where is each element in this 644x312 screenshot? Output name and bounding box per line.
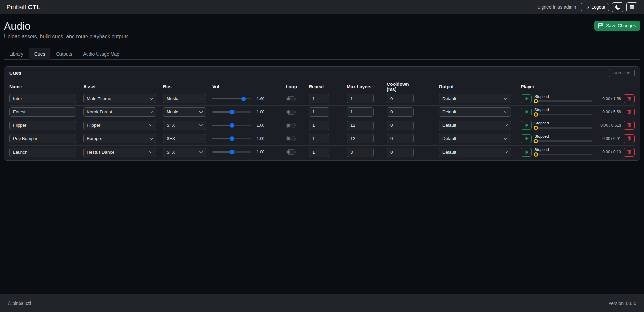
bus-select[interactable]: SFX	[163, 121, 206, 130]
playback-progress-thumb[interactable]	[534, 112, 538, 117]
cue-name-input[interactable]	[9, 107, 76, 117]
cooldown-input[interactable]	[387, 134, 414, 143]
loop-toggle[interactable]	[286, 123, 296, 128]
floppy-icon	[598, 23, 603, 28]
tab-cues[interactable]: Cues	[29, 48, 51, 60]
play-button[interactable]	[521, 134, 532, 143]
trash-icon	[627, 150, 631, 154]
loop-toggle[interactable]	[286, 110, 296, 115]
delete-cue-button[interactable]	[624, 108, 635, 116]
playback-progress[interactable]	[534, 99, 592, 103]
volume-slider[interactable]	[212, 94, 251, 103]
bus-select[interactable]: Music	[163, 94, 206, 103]
cue-name-input[interactable]	[9, 148, 76, 157]
playback-progress-thumb[interactable]	[534, 139, 538, 143]
cooldown-input[interactable]	[387, 107, 414, 117]
loop-toggle[interactable]	[286, 96, 296, 101]
play-button[interactable]	[521, 108, 532, 116]
loop-toggle[interactable]	[286, 136, 296, 141]
playback-progress[interactable]	[534, 113, 592, 116]
cue-row: Hestus Dance SFX 1.00	[9, 146, 635, 159]
playback-progress[interactable]	[534, 126, 592, 130]
repeat-input[interactable]	[309, 148, 329, 157]
bus-select[interactable]: SFX	[163, 148, 206, 157]
playback-progress-thumb[interactable]	[534, 99, 538, 103]
playback-progress[interactable]	[534, 139, 592, 143]
playback-time: 0:00 / 5:56	[595, 110, 621, 114]
output-select[interactable]: Default	[439, 148, 511, 157]
volume-slider-thumb[interactable]	[230, 150, 234, 154]
volume-slider-thumb[interactable]	[230, 123, 234, 128]
max-layers-input[interactable]	[347, 148, 374, 157]
asset-select[interactable]: Hestus Dance	[83, 148, 156, 157]
brand-name: Pinball	[7, 4, 26, 11]
bus-select-value: Music	[167, 110, 178, 114]
output-select[interactable]: Default	[439, 107, 511, 117]
bus-select-value: Music	[167, 96, 178, 101]
volume-slider-thumb[interactable]	[230, 110, 234, 114]
volume-slider[interactable]	[212, 148, 251, 157]
save-changes-button[interactable]: Save Changes	[594, 21, 640, 31]
trash-icon	[627, 136, 631, 141]
output-select[interactable]: Default	[439, 121, 511, 130]
volume-slider[interactable]	[212, 108, 251, 117]
volume-slider[interactable]	[212, 134, 251, 143]
add-cue-button[interactable]: Add Cue	[609, 69, 635, 77]
delete-cue-button[interactable]	[624, 134, 635, 143]
play-button[interactable]	[521, 148, 532, 157]
repeat-input[interactable]	[309, 94, 329, 103]
volume-slider-thumb[interactable]	[241, 97, 246, 101]
output-select[interactable]: Default	[439, 94, 511, 103]
repeat-input[interactable]	[309, 107, 329, 117]
delete-cue-button[interactable]	[624, 121, 635, 130]
delete-cue-button[interactable]	[624, 148, 635, 157]
max-layers-input[interactable]	[347, 134, 374, 143]
cooldown-input[interactable]	[387, 148, 414, 157]
cooldown-input[interactable]	[387, 94, 414, 103]
repeat-input[interactable]	[309, 121, 329, 130]
max-layers-input[interactable]	[347, 107, 374, 117]
playback-progress-thumb[interactable]	[534, 152, 538, 157]
apps-menu-button[interactable]	[626, 2, 637, 12]
logout-button[interactable]: Logout	[581, 3, 609, 11]
loop-toggle[interactable]	[286, 150, 296, 155]
delete-cue-button[interactable]	[624, 94, 635, 103]
cue-name-input[interactable]	[9, 121, 76, 130]
asset-select[interactable]: Flipper	[83, 121, 156, 130]
cue-name-input[interactable]	[9, 134, 76, 143]
play-button[interactable]	[521, 94, 532, 103]
playback-progress-track	[536, 127, 592, 129]
volume-slider[interactable]	[212, 121, 251, 130]
playback-progress-thumb[interactable]	[534, 126, 538, 130]
repeat-input[interactable]	[309, 134, 329, 143]
player-status: Stopped	[534, 135, 592, 138]
playback-progress[interactable]	[534, 153, 592, 156]
tab-outputs[interactable]: Outputs	[50, 48, 77, 60]
tab-library[interactable]: Library	[4, 48, 29, 60]
asset-select[interactable]: Bumper	[83, 134, 156, 143]
bus-select[interactable]: SFX	[163, 134, 206, 143]
output-select-value: Default	[442, 110, 456, 114]
max-layers-input[interactable]	[347, 94, 374, 103]
volume-slider-thumb[interactable]	[230, 136, 234, 141]
volume-value: 1.60	[251, 97, 270, 101]
tab-audio-usage-map[interactable]: Audio Usage Map	[78, 48, 125, 60]
cue-name-input[interactable]	[9, 94, 76, 103]
asset-select[interactable]: Main Theme	[83, 94, 156, 103]
player-status: Stopped	[534, 108, 592, 112]
theme-toggle-button[interactable]	[612, 2, 623, 12]
asset-select-value: Hestus Dance	[87, 150, 114, 155]
cues-table-header: Name Asset Bus Vol Loop Repeat Max Layer…	[9, 82, 635, 92]
playback-progress-track	[536, 100, 592, 102]
bus-select[interactable]: Music	[163, 107, 206, 117]
play-button[interactable]	[521, 121, 532, 130]
playback-progress-track	[536, 154, 592, 155]
cooldown-input[interactable]	[387, 121, 414, 130]
asset-select[interactable]: Korok Forest	[83, 107, 156, 117]
grid-3x3-icon	[630, 5, 635, 10]
max-layers-input[interactable]	[347, 121, 374, 130]
loop-toggle-knob	[287, 110, 290, 114]
chevron-down-icon	[149, 123, 154, 128]
output-select[interactable]: Default	[439, 134, 511, 143]
page-head: Audio Upload assets, build cues, and rou…	[4, 20, 640, 40]
